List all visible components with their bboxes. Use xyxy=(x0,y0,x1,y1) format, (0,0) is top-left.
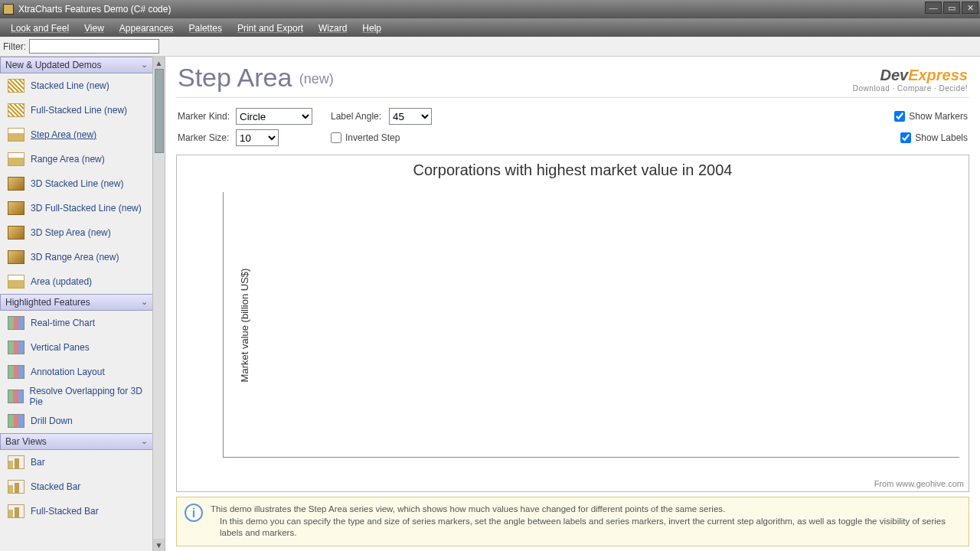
sidebar-item-vertical-panes[interactable]: Vertical Panes xyxy=(0,335,153,360)
sidebar-item-label: 3D Full-Stacked Line (new) xyxy=(31,203,142,214)
page-title: Step Area (new) xyxy=(178,63,334,92)
info-icon: i xyxy=(185,504,203,522)
show-markers-label: Show Markers xyxy=(909,111,968,122)
sidebar-item-step-area-new-[interactable]: Step Area (new) xyxy=(0,122,153,147)
sidebar: New & Updated Demos⌄Stacked Line (new)Fu… xyxy=(0,57,165,551)
options-panel: Marker Kind: Circle Label Angle: 45 Show… xyxy=(165,103,980,155)
divider xyxy=(176,97,969,98)
show-markers-checkbox[interactable] xyxy=(894,111,905,122)
bar-icon xyxy=(8,455,24,469)
sidebar-item-full-stacked-bar[interactable]: Full-Stacked Bar xyxy=(0,499,153,523)
sidebar-item-label: Vertical Panes xyxy=(31,342,90,353)
menu-item-help[interactable]: Help xyxy=(354,23,389,34)
area-icon xyxy=(8,128,24,142)
close-button[interactable]: ✕ xyxy=(962,2,978,14)
sidebar-item-3d-full-stacked-line-new-[interactable]: 3D Full-Stacked Line (new) xyxy=(0,196,153,220)
menu-item-look-and-feel[interactable]: Look and Feel xyxy=(3,23,77,34)
scroll-up-icon[interactable]: ▲ xyxy=(153,57,165,69)
sidebar-item-label: Full-Stacked Bar xyxy=(31,506,99,517)
page-title-tag: (new) xyxy=(299,71,334,86)
3d-icon xyxy=(8,250,24,264)
sidebar-item-annotation-layout[interactable]: Annotation Layout xyxy=(0,360,153,384)
menu-item-appearances[interactable]: Appearances xyxy=(112,23,181,34)
sidebar-item-label: 3D Step Area (new) xyxy=(31,227,111,238)
sidebar-item-label: Real-time Chart xyxy=(31,318,95,328)
line-icon xyxy=(8,79,24,93)
sidebar-group-bar-views[interactable]: Bar Views⌄ xyxy=(0,433,153,450)
sidebar-item-label: Range Area (new) xyxy=(31,154,105,165)
chart-icon xyxy=(8,316,24,330)
chart-credit: From www.geohive.com xyxy=(874,479,964,488)
window-title: XtraCharts Features Demo (C# code) xyxy=(18,4,171,15)
chart-icon xyxy=(8,390,24,403)
sidebar-item-stacked-line-new-[interactable]: Stacked Line (new) xyxy=(0,73,153,98)
sidebar-group-highlighted-features[interactable]: Highlighted Features⌄ xyxy=(0,294,153,311)
titlebar: XtraCharts Features Demo (C# code) — ▭ ✕ xyxy=(0,0,980,18)
label-angle-select[interactable]: 45 xyxy=(389,108,432,125)
chart-icon xyxy=(8,341,24,354)
label-angle-label: Label Angle: xyxy=(331,111,389,122)
inverted-step-checkbox[interactable] xyxy=(331,132,341,143)
sidebar-item-label: Full-Stacked Line (new) xyxy=(31,105,127,116)
menu-item-palettes[interactable]: Palettes xyxy=(181,23,230,34)
minimize-button[interactable]: — xyxy=(925,2,942,14)
sidebar-item-label: Area (updated) xyxy=(31,276,92,287)
scrollbar-thumb[interactable] xyxy=(155,69,164,153)
scroll-down-icon[interactable]: ▼ xyxy=(153,539,165,551)
chart-area: Corporations with highest market value i… xyxy=(176,155,969,492)
sidebar-item-label: Stacked Line (new) xyxy=(31,80,109,91)
show-labels-checkbox[interactable] xyxy=(900,132,911,143)
marker-size-select[interactable]: 10 xyxy=(236,129,279,146)
menu-item-wizard[interactable]: Wizard xyxy=(311,23,354,34)
sidebar-item-area-updated-[interactable]: Area (updated) xyxy=(0,269,153,294)
3d-icon xyxy=(8,226,24,240)
sidebar-item-bar[interactable]: Bar xyxy=(0,450,153,474)
sidebar-item-real-time-chart[interactable]: Real-time Chart xyxy=(0,311,153,335)
sidebar-item-range-area-new-[interactable]: Range Area (new) xyxy=(0,147,153,171)
bar-icon xyxy=(8,504,24,518)
sidebar-item-label: Bar xyxy=(31,457,45,468)
sidebar-item-label: Resolve Overlapping for 3D Pie xyxy=(30,386,149,407)
marker-size-label: Marker Size: xyxy=(178,132,236,143)
chart-icon xyxy=(8,365,24,379)
app-icon xyxy=(3,4,14,15)
menu-item-print-and-export[interactable]: Print and Export xyxy=(230,23,311,34)
show-labels-label: Show Labels xyxy=(915,132,968,143)
brand-tagline: Download · Compare · Decide! xyxy=(853,84,968,93)
sidebar-item-label: Drill Down xyxy=(31,416,73,426)
3d-icon xyxy=(8,177,24,191)
axes xyxy=(223,192,959,458)
sidebar-item-3d-step-area-new-[interactable]: 3D Step Area (new) xyxy=(0,220,153,245)
chart-icon xyxy=(8,414,24,428)
plot-area: Market value (billion US$) xyxy=(223,192,959,458)
sidebar-group-new-updated-demos[interactable]: New & Updated Demos⌄ xyxy=(0,57,153,73)
filter-row: Filter: xyxy=(0,37,980,57)
sidebar-item-label: 3D Stacked Line (new) xyxy=(31,178,123,189)
sidebar-item-3d-stacked-line-new-[interactable]: 3D Stacked Line (new) xyxy=(0,171,153,196)
brand-block: DevExpress Download · Compare · Decide! xyxy=(853,67,968,93)
menu-item-view[interactable]: View xyxy=(77,23,112,34)
sidebar-item-label: 3D Range Area (new) xyxy=(31,252,119,262)
sidebar-item-full-stacked-line-new-[interactable]: Full-Stacked Line (new) xyxy=(0,98,153,122)
sidebar-scrollbar[interactable]: ▲ ▼ xyxy=(152,57,165,551)
info-line-1: This demo illustrates the Step Area seri… xyxy=(211,504,961,516)
marker-kind-select[interactable]: Circle xyxy=(236,108,312,125)
info-panel: i This demo illustrates the Step Area se… xyxy=(176,497,969,546)
sidebar-item-stacked-bar[interactable]: Stacked Bar xyxy=(0,474,153,499)
bar-icon xyxy=(8,480,24,494)
filter-label: Filter: xyxy=(3,41,26,52)
line-icon xyxy=(8,103,24,117)
brand-logo: DevExpress xyxy=(853,67,968,84)
filter-input[interactable] xyxy=(29,39,159,54)
sidebar-item-label: Stacked Bar xyxy=(31,481,80,492)
sidebar-item-resolve-overlapping-for-3d-pie[interactable]: Resolve Overlapping for 3D Pie xyxy=(0,384,153,409)
area-icon xyxy=(8,152,24,166)
marker-kind-label: Marker Kind: xyxy=(178,111,236,122)
maximize-button[interactable]: ▭ xyxy=(943,2,960,14)
sidebar-item-3d-range-area-new-[interactable]: 3D Range Area (new) xyxy=(0,245,153,269)
3d-icon xyxy=(8,201,24,215)
chevron-up-icon: ⌄ xyxy=(141,297,148,307)
info-line-2: In this demo you can specify the type an… xyxy=(211,516,961,540)
chart-title: Corporations with highest market value i… xyxy=(177,155,969,184)
sidebar-item-drill-down[interactable]: Drill Down xyxy=(0,409,153,433)
